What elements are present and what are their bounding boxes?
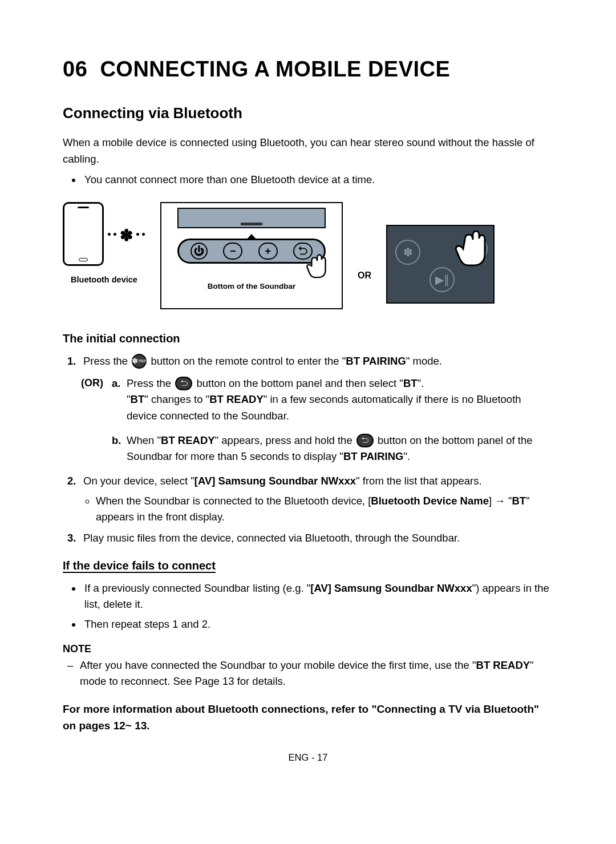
source-button-icon-2: ⮌ <box>356 434 374 447</box>
a-end: ". <box>418 377 424 389</box>
a-mid: button on the bottom panel and then sele… <box>193 377 403 389</box>
fails-heading: If the device fails to connect <box>63 559 553 572</box>
step-1: Press the ✽PAIR button on the remote con… <box>63 353 553 465</box>
f1-pre: If a previously connected Soundbar listi… <box>84 582 310 594</box>
note-label: NOTE <box>63 643 553 655</box>
s2s-bold: Bluetooth Device Name <box>371 495 489 507</box>
a-l2-mid: " changes to " <box>144 393 209 405</box>
phone-column: ✽ Bluetooth device <box>63 202 145 284</box>
n1-pre: After you have connected the Soundbar to… <box>80 659 476 671</box>
diagram-or-label: OR <box>358 270 371 281</box>
sub-step-a: Press the ⮌ button on the bottom panel a… <box>83 375 553 425</box>
hand-press-icon <box>302 247 335 280</box>
power-icon: ⏻ <box>191 243 208 260</box>
s2s-pre: When the Soundbar is connected to the Bl… <box>96 495 371 507</box>
phone-icon <box>63 202 104 266</box>
touch-panel-diagram: ✽ ▶∥ <box>386 225 495 304</box>
a-l2-bt: BT <box>131 393 145 405</box>
soundbar-top-icon <box>177 208 326 228</box>
step-2-sub: When the Soundbar is connected to the Bl… <box>96 493 553 526</box>
intro-text: When a mobile device is connected using … <box>63 135 553 167</box>
step1-post: button on the remote control to enter th… <box>148 355 346 367</box>
fails-bullet-1: If a previously connected Soundbar listi… <box>82 580 553 613</box>
step-3: Play music files from the device, connec… <box>63 530 553 547</box>
s2-bold: [AV] Samsung Soundbar NWxxx <box>194 475 356 487</box>
initial-connection-heading: The initial connection <box>63 332 553 345</box>
s2-post: " from the list that appears. <box>356 475 481 487</box>
hand-touch-icon <box>445 225 495 280</box>
b-mid: " appears, press and hold the <box>215 434 355 446</box>
step1-bold: BT PAIRING <box>346 355 406 367</box>
b-pre: When " <box>127 434 161 446</box>
plus-icon: + <box>258 243 278 260</box>
chapter-title: 06 CONNECTING A MOBILE DEVICE <box>63 57 553 82</box>
b-end: ". <box>403 450 410 462</box>
s2s-mid: ] → " <box>489 495 512 507</box>
fails-bullet-2: Then repeat steps 1 and 2. <box>82 616 553 633</box>
s2s-bt: BT <box>512 495 526 507</box>
f1-bold: [AV] Samsung Soundbar NWxxx <box>310 582 472 594</box>
bt-pair-button-icon: ✽PAIR <box>132 354 147 369</box>
n1-bold: BT READY <box>476 659 530 671</box>
a-bt: BT <box>403 377 418 389</box>
step1-pre: Press the <box>83 355 131 367</box>
page-footer: ENG - 17 <box>63 752 553 763</box>
soundbar-diagram: ⏻ − + ⮌ Bottom of the Soundbar <box>160 202 343 309</box>
soundbar-bottom-label: Bottom of the Soundbar <box>161 282 342 290</box>
cross-reference: For more information about Bluetooth con… <box>63 701 553 734</box>
bluetooth-device-label: Bluetooth device <box>63 275 145 284</box>
bluetooth-icon: ✽ <box>107 225 145 244</box>
b-btready: BT READY <box>161 434 215 446</box>
step-2: On your device, select "[AV] Samsung Sou… <box>63 473 553 526</box>
b-btpairing: BT PAIRING <box>343 450 404 462</box>
touch-bt-icon: ✽ <box>395 240 420 265</box>
s2-pre: On your device, select " <box>83 475 194 487</box>
sub-step-b: When "BT READY" appears, press and hold … <box>83 433 553 465</box>
a-l2-pre: " <box>127 393 131 405</box>
source-button-icon: ⮌ <box>175 377 192 390</box>
bullet-single-device: You cannot connect more than one Bluetoo… <box>82 172 553 188</box>
step1-end: " mode. <box>406 355 442 367</box>
note-list: After you have connected the Soundbar to… <box>63 657 553 690</box>
a-l2-btready: BT READY <box>209 393 264 405</box>
chapter-number: 06 <box>63 57 87 81</box>
initial-steps: Press the ✽PAIR button on the remote con… <box>63 353 553 547</box>
minus-icon: − <box>223 243 242 260</box>
fails-bullets: If a previously connected Soundbar listi… <box>63 580 553 633</box>
section-title: Connecting via Bluetooth <box>63 104 553 122</box>
note-item-1: After you have connected the Soundbar to… <box>63 657 553 690</box>
diagram-row: ✽ Bluetooth device ⏻ − + ⮌ Bottom of th <box>63 202 553 309</box>
a-pre: Press the <box>127 377 174 389</box>
sub-steps: Press the ⮌ button on the bottom panel a… <box>83 375 553 465</box>
document-page: 06 CONNECTING A MOBILE DEVICE Connecting… <box>0 0 616 786</box>
chapter-heading: CONNECTING A MOBILE DEVICE <box>100 57 450 81</box>
